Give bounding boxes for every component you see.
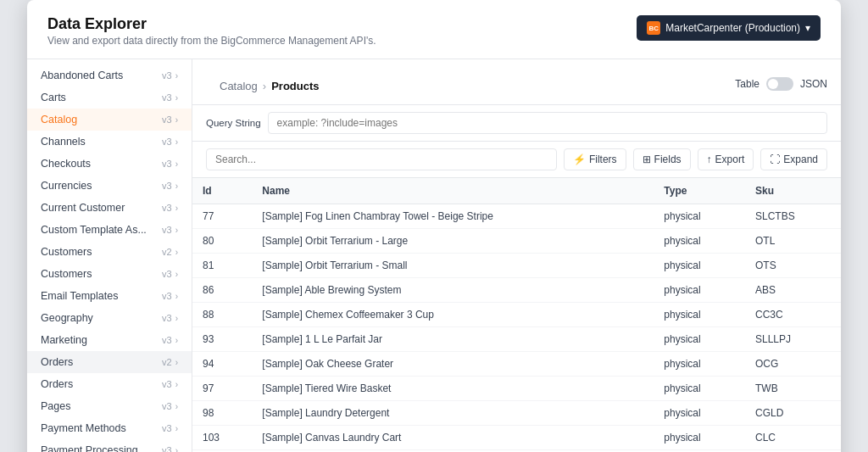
header: Data Explorer View and export data direc… — [27, 0, 841, 59]
cell-name: [Sample] Oak Cheese Grater — [252, 352, 654, 377]
sidebar-label: Abandoned Carts — [41, 70, 162, 81]
sidebar-version: v3 — [162, 181, 172, 191]
env-icon: BC — [647, 21, 660, 35]
cell-sku: OTL — [745, 229, 841, 254]
search-input[interactable] — [206, 148, 557, 170]
query-input[interactable] — [268, 112, 827, 134]
env-button[interactable]: BC MarketCarpenter (Production) ▾ — [637, 15, 821, 41]
filters-label: Filters — [589, 153, 617, 165]
cell-id: 86 — [192, 278, 252, 303]
cell-sku: SLLLPJ — [745, 327, 841, 352]
table-row[interactable]: 88 [Sample] Chemex Coffeemaker 3 Cup phy… — [192, 303, 841, 327]
sidebar-item-currencies[interactable]: Currencies v3 › — [27, 175, 192, 197]
export-label: Export — [715, 153, 745, 165]
breadcrumb-current: Products — [271, 80, 319, 92]
cell-type: physical — [654, 204, 745, 229]
sidebar: Abandoned Carts v3 › Carts v3 › Catalog … — [27, 59, 192, 452]
sidebar-version: v3 — [162, 203, 172, 213]
table-header: Id Name Type Sku — [192, 178, 841, 204]
fields-label: Fields — [654, 153, 682, 165]
sidebar-label: Checkouts — [41, 158, 162, 170]
app-subtitle: View and export data directly from the B… — [47, 35, 376, 47]
chevron-right-icon: › — [175, 292, 178, 301]
chevron-right-icon: › — [175, 137, 178, 147]
sidebar-item-payment-methods[interactable]: Payment Methods v3 › — [27, 417, 192, 439]
sidebar-label: Current Customer — [41, 202, 162, 214]
sidebar-item-abandoned-carts[interactable]: Abandoned Carts v3 › — [27, 64, 192, 86]
table-row[interactable]: 81 [Sample] Orbit Terrarium - Small phys… — [192, 254, 841, 278]
query-label: Query String — [206, 118, 261, 128]
sidebar-item-channels[interactable]: Channels v3 › — [27, 131, 192, 153]
col-sku: Sku — [745, 178, 841, 204]
chevron-right-icon: › — [175, 314, 178, 323]
breadcrumb-parent[interactable]: Catalog — [220, 80, 258, 92]
cell-type: physical — [654, 327, 745, 352]
fields-icon: ⊞ — [643, 153, 651, 165]
cell-id: 93 — [192, 327, 252, 352]
col-name: Name — [252, 178, 654, 204]
chevron-down-icon: ▾ — [805, 22, 810, 34]
cell-id: 94 — [192, 352, 252, 377]
sidebar-item-custom-template-as...[interactable]: Custom Template As... v3 › — [27, 219, 192, 241]
cell-name: [Sample] Fog Linen Chambray Towel - Beig… — [252, 204, 654, 229]
sidebar-item-pages[interactable]: Pages v3 › — [27, 395, 192, 417]
cell-sku: CLC — [745, 426, 841, 450]
sidebar-item-customers[interactable]: Customers v3 › — [27, 263, 192, 285]
sidebar-item-checkouts[interactable]: Checkouts v3 › — [27, 153, 192, 175]
view-toggle-switch[interactable] — [766, 77, 793, 91]
cell-type: physical — [654, 377, 745, 401]
breadcrumb-row: Catalog › Products Table JSON — [192, 59, 841, 105]
cell-name: [Sample] Canvas Laundry Cart — [252, 426, 654, 450]
cell-name: [Sample] Laundry Detergent — [252, 401, 654, 426]
sidebar-item-customers[interactable]: Customers v2 › — [27, 241, 192, 263]
sidebar-item-orders[interactable]: Orders v2 › — [27, 351, 192, 373]
breadcrumb: Catalog › Products — [206, 68, 333, 99]
table-row[interactable]: 97 [Sample] Tiered Wire Basket physical … — [192, 377, 841, 401]
table-row[interactable]: 80 [Sample] Orbit Terrarium - Large phys… — [192, 229, 841, 254]
sidebar-item-current-customer[interactable]: Current Customer v3 › — [27, 197, 192, 219]
sidebar-label: Orders — [41, 356, 162, 368]
sidebar-item-marketing[interactable]: Marketing v3 › — [27, 329, 192, 351]
table-row[interactable]: 94 [Sample] Oak Cheese Grater physical O… — [192, 352, 841, 377]
table-row[interactable]: 93 [Sample] 1 L Le Parfait Jar physical … — [192, 327, 841, 352]
sidebar-item-email-templates[interactable]: Email Templates v3 › — [27, 285, 192, 307]
cell-name: [Sample] Tiered Wire Basket — [252, 377, 654, 401]
cell-name: [Sample] Able Brewing System — [252, 278, 654, 303]
table-row[interactable]: 103 [Sample] Canvas Laundry Cart physica… — [192, 426, 841, 450]
chevron-right-icon: › — [175, 181, 178, 191]
cell-id: 97 — [192, 377, 252, 401]
sidebar-item-payment-processing[interactable]: Payment Processing v3 › — [27, 439, 192, 452]
cell-sku: OCG — [745, 352, 841, 377]
sidebar-label: Pages — [41, 400, 162, 412]
table-row[interactable]: 86 [Sample] Able Brewing System physical… — [192, 278, 841, 303]
export-button[interactable]: ↑ Export — [698, 148, 754, 170]
sidebar-item-carts[interactable]: Carts v3 › — [27, 86, 192, 109]
chevron-right-icon: › — [175, 115, 178, 125]
cell-id: 81 — [192, 254, 252, 278]
filters-button[interactable]: ⚡ Filters — [564, 148, 626, 170]
expand-button[interactable]: ⛶ Expand — [760, 148, 827, 170]
cell-sku: OTS — [745, 254, 841, 278]
sidebar-label: Carts — [41, 92, 162, 103]
main: Catalog › Products Table JSON Query Stri… — [192, 59, 841, 452]
table-row[interactable]: 98 [Sample] Laundry Detergent physical C… — [192, 401, 841, 426]
sidebar-version: v3 — [162, 159, 172, 169]
cell-id: 80 — [192, 229, 252, 254]
sidebar-item-geography[interactable]: Geography v3 › — [27, 307, 192, 329]
sidebar-label: Currencies — [41, 180, 162, 192]
app-window: Data Explorer View and export data direc… — [27, 0, 841, 452]
sidebar-label: Customers — [41, 268, 162, 280]
sidebar-version: v3 — [162, 313, 172, 323]
sidebar-version: v3 — [162, 335, 172, 345]
sidebar-label: Orders — [41, 378, 162, 390]
table-label: Table — [735, 78, 760, 90]
sidebar-item-orders[interactable]: Orders v3 › — [27, 373, 192, 395]
chevron-right-icon: › — [175, 336, 178, 345]
chevron-right-icon: › — [175, 93, 178, 103]
cell-type: physical — [654, 303, 745, 327]
fields-button[interactable]: ⊞ Fields — [633, 148, 691, 170]
table-row[interactable]: 77 [Sample] Fog Linen Chambray Towel - B… — [192, 204, 841, 229]
chevron-right-icon: › — [175, 424, 178, 433]
chevron-right-icon: › — [175, 71, 178, 81]
sidebar-item-catalog[interactable]: Catalog v3 › — [27, 109, 192, 131]
